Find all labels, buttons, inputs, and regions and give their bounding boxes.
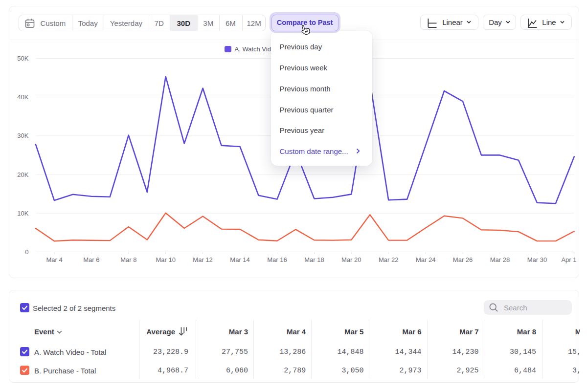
svg-text:40K: 40K xyxy=(17,93,28,101)
svg-text:Apr 1: Apr 1 xyxy=(561,256,576,263)
svg-text:Mar 6: Mar 6 xyxy=(83,256,99,263)
svg-text:Mar 16: Mar 16 xyxy=(267,256,287,263)
svg-text:Mar 22: Mar 22 xyxy=(379,256,398,263)
svg-text:Mar 8: Mar 8 xyxy=(120,256,136,263)
svg-text:10K: 10K xyxy=(17,210,28,217)
svg-text:Mar 20: Mar 20 xyxy=(341,256,361,263)
svg-text:30K: 30K xyxy=(17,132,28,139)
svg-text:Mar 4: Mar 4 xyxy=(46,256,62,263)
svg-text:Mar 12: Mar 12 xyxy=(193,256,212,263)
svg-text:20K: 20K xyxy=(17,171,28,178)
svg-text:Mar 14: Mar 14 xyxy=(230,256,249,263)
svg-text:50K: 50K xyxy=(17,55,28,62)
svg-text:Mar 30: Mar 30 xyxy=(527,256,547,263)
svg-text:Mar 28: Mar 28 xyxy=(490,256,510,263)
svg-text:0: 0 xyxy=(25,248,28,256)
svg-text:Mar 26: Mar 26 xyxy=(453,256,473,263)
svg-text:Mar 10: Mar 10 xyxy=(156,256,175,263)
svg-text:Mar 18: Mar 18 xyxy=(304,256,324,263)
svg-text:Mar 24: Mar 24 xyxy=(416,256,435,263)
